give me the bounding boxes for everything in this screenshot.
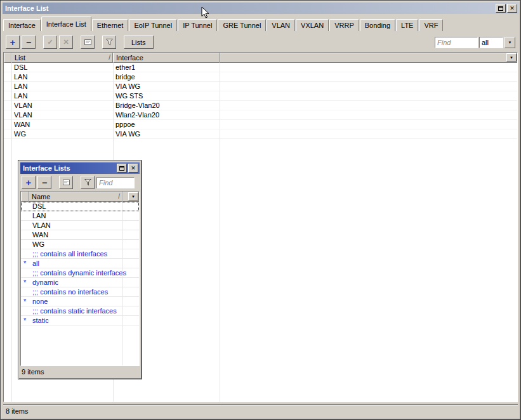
gridline xyxy=(122,202,123,365)
cell-interface: VIA WG xyxy=(113,129,220,138)
table-row[interactable]: LANVIA WG xyxy=(4,82,517,91)
tab-interface-list[interactable]: Interface List xyxy=(41,16,91,31)
maximize-icon xyxy=(498,6,503,11)
item-flag xyxy=(21,268,29,277)
tab-ip-tunnel[interactable]: IP Tunnel xyxy=(178,19,217,31)
close-icon: ✕ xyxy=(510,6,515,11)
tab-vrf[interactable]: VRF xyxy=(419,19,443,31)
table-row[interactable]: DSLether1 xyxy=(4,63,517,72)
table-row[interactable]: VLANWlan2-Vlan20 xyxy=(4,110,517,120)
list-item[interactable]: *static xyxy=(21,316,139,325)
disable-button[interactable]: ✕ xyxy=(59,36,73,49)
child-maximize-button[interactable] xyxy=(117,164,127,173)
tab-ethernet[interactable]: Ethernet xyxy=(92,19,129,31)
tab-lte[interactable]: LTE xyxy=(396,19,418,31)
child-window-title: Interface Lists xyxy=(22,164,115,172)
table-row[interactable]: WGVIA WG xyxy=(4,129,517,139)
interface-lists-table: Name / ▼ DSL LAN VLAN WAN WG ;;; contain… xyxy=(20,191,140,366)
tab-vxlan[interactable]: VXLAN xyxy=(296,19,329,31)
find-scope-select[interactable]: all xyxy=(479,37,503,48)
column-header-list[interactable]: List / xyxy=(11,53,113,63)
item-flag: * xyxy=(21,316,29,325)
list-item[interactable]: WG xyxy=(21,240,139,249)
close-icon: ✕ xyxy=(131,166,136,171)
child-close-button[interactable]: ✕ xyxy=(128,164,138,173)
tab-bonding[interactable]: Bonding xyxy=(360,19,395,31)
lists-button[interactable]: Lists xyxy=(124,36,154,49)
cell-list: WAN xyxy=(11,120,113,129)
enable-button[interactable]: ✓ xyxy=(43,36,57,49)
tab-label: IP Tunnel xyxy=(183,22,212,29)
list-item[interactable]: LAN xyxy=(21,211,139,221)
tab-gre-tunnel[interactable]: GRE Tunnel xyxy=(218,19,266,31)
gridline xyxy=(220,63,220,402)
chevron-down-icon: ▼ xyxy=(510,56,513,60)
cell-list: VLAN xyxy=(11,101,113,110)
remove-button[interactable]: − xyxy=(22,36,36,49)
enable-check-icon: ✓ xyxy=(47,39,53,46)
tab-label: VRRP xyxy=(334,22,354,29)
cell-list: LAN xyxy=(11,91,113,100)
cell-interface: ether1 xyxy=(113,63,220,72)
find-input[interactable] xyxy=(435,37,478,48)
list-item[interactable]: *none xyxy=(21,297,139,306)
list-item-comment[interactable]: ;;; contains dynamic interfaces xyxy=(21,268,139,278)
child-add-button[interactable]: + xyxy=(22,176,36,189)
maximize-button[interactable] xyxy=(496,4,506,13)
comment-button[interactable] xyxy=(81,36,95,49)
tab-vrrp[interactable]: VRRP xyxy=(329,19,359,31)
interface-lists-window: Interface Lists ✕ + − Name / xyxy=(18,160,142,379)
list-item[interactable]: DSL xyxy=(21,202,139,211)
chevron-down-icon: ▼ xyxy=(131,195,135,199)
tab-eoip-tunnel[interactable]: EoIP Tunnel xyxy=(129,19,177,31)
item-flag xyxy=(21,211,29,220)
child-remove-button[interactable]: − xyxy=(37,176,51,189)
list-item[interactable]: *all xyxy=(21,259,139,268)
cell-interface: WG STS xyxy=(113,91,220,100)
cell-list: LAN xyxy=(11,72,113,81)
item-flag: * xyxy=(21,297,29,306)
list-item-comment[interactable]: ;;; contains no interfaces xyxy=(21,287,139,297)
column-header-name[interactable]: Name / xyxy=(29,192,122,202)
column-header-flags[interactable] xyxy=(21,192,29,202)
main-titlebar[interactable]: Interface List ✕ xyxy=(3,3,518,14)
cell-interface: bridge xyxy=(113,72,220,81)
child-find-input[interactable] xyxy=(96,177,135,188)
item-flag xyxy=(21,221,29,230)
add-button[interactable]: + xyxy=(6,36,20,49)
list-item[interactable]: VLAN xyxy=(21,221,139,230)
maximize-icon xyxy=(119,166,124,171)
close-button[interactable]: ✕ xyxy=(507,4,517,13)
item-flag xyxy=(21,202,29,211)
add-icon: + xyxy=(26,178,32,187)
status-bar: 8 items xyxy=(3,404,518,417)
list-item-comment[interactable]: ;;; contains all interfaces xyxy=(21,249,139,259)
list-item[interactable]: *dynamic xyxy=(21,278,139,287)
column-menu-button[interactable]: ▼ xyxy=(506,53,517,62)
table-row[interactable]: LANWG STS xyxy=(4,91,517,101)
cell-list: LAN xyxy=(11,82,113,91)
find-scope-dropdown-button[interactable]: ▼ xyxy=(505,37,515,48)
item-count: 8 items xyxy=(6,407,28,415)
filter-funnel-icon xyxy=(84,179,91,186)
comment-icon xyxy=(63,179,70,186)
disable-cross-icon: ✕ xyxy=(63,39,69,46)
tab-label: GRE Tunnel xyxy=(223,22,261,29)
tab-vlan[interactable]: VLAN xyxy=(267,19,295,31)
table-row[interactable]: WANpppoe xyxy=(4,120,517,129)
child-comment-button[interactable] xyxy=(59,176,73,189)
remove-icon: − xyxy=(26,39,31,46)
table-row[interactable]: LANbridge xyxy=(4,72,517,82)
column-header-flags[interactable] xyxy=(4,53,11,63)
remove-icon: − xyxy=(42,179,47,187)
list-item[interactable]: WAN xyxy=(21,230,139,240)
table-row[interactable]: VLANBridge-Vlan20 xyxy=(4,101,517,110)
filter-button[interactable] xyxy=(102,36,116,49)
tab-interface[interactable]: Interface xyxy=(3,19,41,31)
list-item-comment[interactable]: ;;; contains static interfaces xyxy=(21,306,139,316)
child-filter-button[interactable] xyxy=(81,176,95,189)
column-menu-button[interactable]: ▼ xyxy=(128,192,138,200)
column-header-interface[interactable]: Interface xyxy=(113,53,220,63)
child-titlebar[interactable]: Interface Lists ✕ xyxy=(20,162,140,174)
item-flag xyxy=(21,240,29,249)
